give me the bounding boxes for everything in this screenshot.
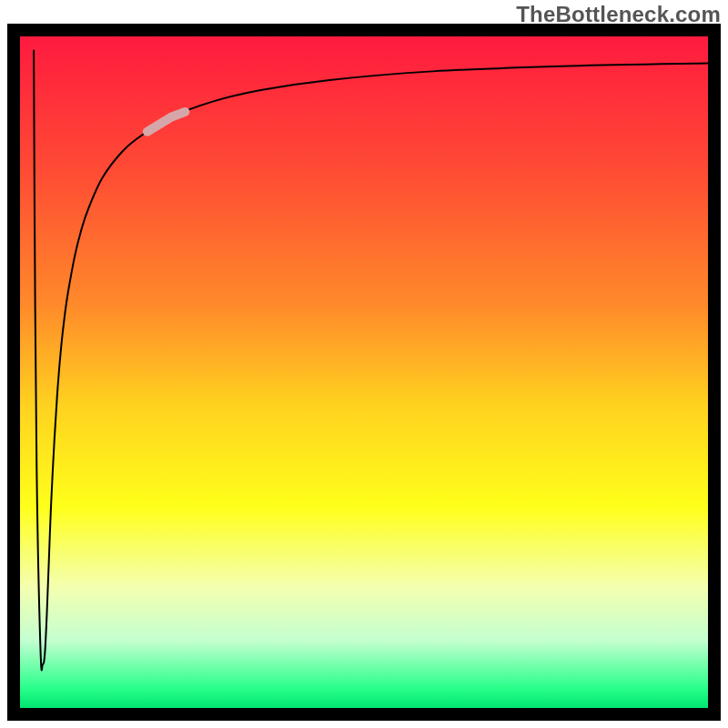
plot-area bbox=[20, 36, 708, 708]
chart-container bbox=[7, 24, 721, 721]
chart-svg bbox=[7, 24, 721, 721]
